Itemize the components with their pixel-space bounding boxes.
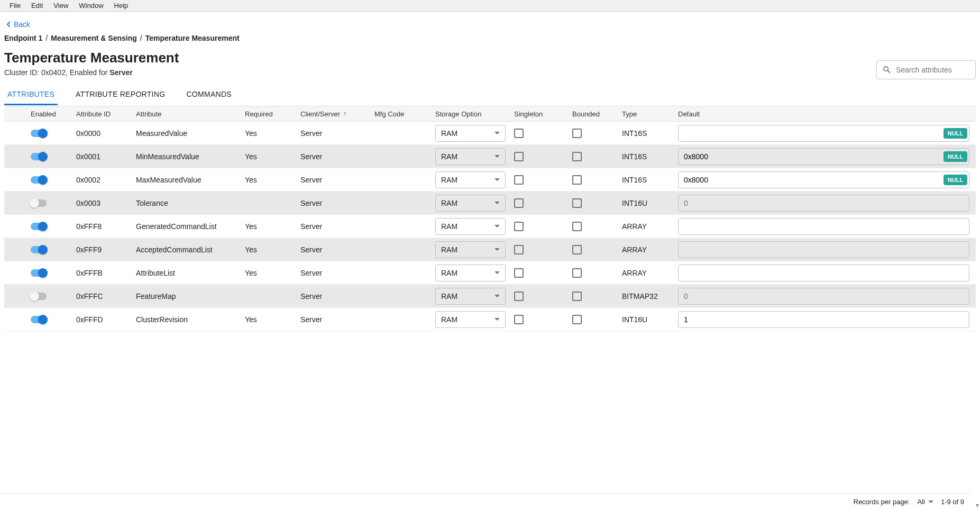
required-value: Yes — [242, 129, 297, 138]
enabled-toggle[interactable] — [31, 176, 47, 184]
default-input[interactable] — [679, 315, 969, 324]
singleton-checkbox[interactable] — [514, 129, 524, 138]
enabled-toggle[interactable] — [31, 246, 47, 253]
type-value: ARRAY — [619, 269, 675, 277]
menu-file[interactable]: File — [4, 1, 26, 11]
bounded-checkbox[interactable] — [572, 222, 582, 231]
null-button[interactable]: NULL — [944, 151, 967, 162]
enabled-toggle[interactable] — [31, 316, 47, 323]
storage-select[interactable]: RAM — [435, 218, 506, 235]
enabled-toggle[interactable] — [31, 293, 47, 300]
type-value: BITMAP32 — [619, 292, 675, 300]
singleton-checkbox[interactable] — [514, 315, 524, 324]
enabled-toggle[interactable] — [31, 199, 47, 207]
required-value: Yes — [242, 269, 297, 277]
client-server-value: Server — [297, 315, 371, 324]
default-field — [678, 218, 969, 235]
tab-attributes[interactable]: ATTRIBUTES — [4, 85, 58, 105]
default-input[interactable] — [679, 245, 969, 254]
tab-commands[interactable]: COMMANDS — [183, 85, 235, 105]
breadcrumb-item[interactable]: Endpoint 1 — [4, 34, 42, 42]
menu-window[interactable]: Window — [74, 1, 108, 11]
default-input[interactable] — [679, 152, 944, 161]
bounded-checkbox[interactable] — [572, 292, 582, 301]
search-input[interactable] — [896, 66, 970, 74]
storage-select[interactable]: RAM — [435, 265, 506, 281]
singleton-checkbox[interactable] — [514, 152, 524, 161]
enabled-toggle[interactable] — [31, 223, 47, 230]
enabled-toggle[interactable] — [31, 130, 47, 137]
back-button[interactable]: Back — [4, 16, 32, 33]
singleton-checkbox[interactable] — [514, 222, 524, 231]
required-value: Yes — [242, 152, 297, 161]
breadcrumb-item[interactable]: Temperature Measurement — [145, 34, 240, 42]
col-attribute-id[interactable]: Attribute ID — [73, 110, 133, 118]
menu-view[interactable]: View — [48, 1, 74, 11]
singleton-checkbox[interactable] — [514, 292, 524, 301]
col-attribute[interactable]: Attribute — [133, 110, 242, 118]
type-value: INT16U — [619, 315, 675, 324]
storage-select[interactable]: RAM — [435, 148, 506, 165]
singleton-checkbox[interactable] — [514, 245, 524, 254]
bounded-checkbox[interactable] — [572, 268, 582, 278]
col-default[interactable]: Default — [675, 110, 976, 118]
singleton-checkbox[interactable] — [514, 198, 524, 208]
attribute-id: 0x0000 — [73, 129, 133, 138]
chevron-down-icon — [494, 248, 500, 251]
col-enabled[interactable]: Enabled — [4, 110, 73, 118]
storage-select[interactable]: RAM — [435, 195, 506, 212]
breadcrumb-item[interactable]: Measurement & Sensing — [51, 34, 137, 42]
null-button[interactable]: NULL — [944, 128, 967, 139]
client-server-value: Server — [297, 199, 371, 207]
col-storage[interactable]: Storage Option — [432, 110, 509, 118]
chevron-down-icon — [494, 318, 500, 321]
col-singleton[interactable]: Singleton — [509, 110, 567, 118]
storage-select[interactable]: RAM — [435, 288, 506, 305]
table-row: 0x0000MeasuredValueYesServerRAMINT16SNUL… — [4, 122, 976, 145]
default-input[interactable] — [679, 176, 944, 184]
type-value: INT16S — [619, 152, 675, 161]
attribute-id: 0xFFF9 — [73, 245, 133, 254]
search-attributes[interactable] — [876, 60, 976, 79]
menu-edit[interactable]: Edit — [26, 1, 48, 11]
col-bounded[interactable]: Bounded — [567, 110, 619, 118]
bounded-checkbox[interactable] — [572, 315, 582, 324]
singleton-checkbox[interactable] — [514, 175, 524, 185]
type-value: INT16S — [619, 176, 675, 184]
bounded-checkbox[interactable] — [572, 129, 582, 138]
col-mfg-code[interactable]: Mfg Code — [371, 110, 432, 118]
page-subtitle: Cluster ID: 0x0402, Enabled for Server — [4, 68, 179, 77]
attribute-name: Tolerance — [133, 199, 242, 207]
attribute-id: 0xFFF8 — [73, 222, 133, 231]
storage-select[interactable]: RAM — [435, 171, 506, 188]
attribute-name: AttributeList — [133, 269, 242, 277]
enabled-toggle[interactable] — [31, 153, 47, 160]
client-server-value: Server — [297, 129, 371, 138]
storage-select[interactable]: RAM — [435, 241, 506, 258]
storage-select[interactable]: RAM — [435, 311, 506, 328]
col-client-server[interactable]: Client/Server ↑ — [297, 110, 371, 118]
menu-help[interactable]: Help — [109, 1, 134, 11]
page-title: Temperature Measurement — [4, 50, 179, 66]
type-value: ARRAY — [619, 245, 675, 254]
col-required[interactable]: Required — [242, 110, 297, 118]
bounded-checkbox[interactable] — [572, 245, 582, 254]
default-input[interactable] — [679, 222, 969, 231]
singleton-checkbox[interactable] — [514, 268, 524, 278]
default-input[interactable] — [679, 129, 944, 138]
default-field — [678, 288, 969, 305]
tab-attribute-reporting[interactable]: ATTRIBUTE REPORTING — [72, 85, 168, 105]
client-server-value: Server — [297, 176, 371, 184]
null-button[interactable]: NULL — [944, 175, 967, 185]
attribute-name: AcceptedCommandList — [133, 245, 242, 254]
bounded-checkbox[interactable] — [572, 198, 582, 208]
menubar: FileEditViewWindowHelp — [0, 0, 980, 12]
bounded-checkbox[interactable] — [572, 175, 582, 185]
attribute-name: FeatureMap — [133, 292, 242, 300]
enabled-toggle[interactable] — [31, 269, 47, 277]
col-type[interactable]: Type — [619, 110, 675, 118]
storage-select[interactable]: RAM — [435, 125, 506, 142]
bounded-checkbox[interactable] — [572, 152, 582, 161]
default-input[interactable] — [679, 269, 969, 277]
table-row: 0xFFFCFeatureMapServerRAMBITMAP32 — [4, 285, 976, 308]
